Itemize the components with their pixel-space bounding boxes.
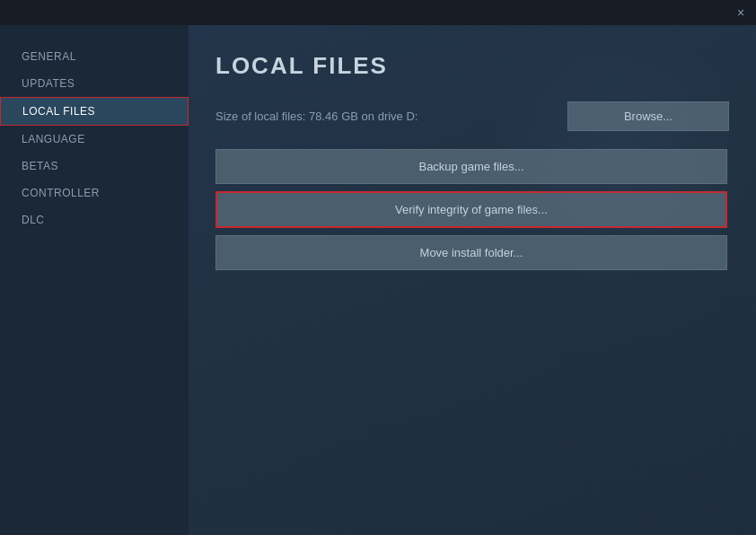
- sidebar-item-betas[interactable]: BETAS: [0, 153, 189, 180]
- app-window: × GENERAL UPDATES LOCAL FILES LANGUAGE B…: [0, 0, 756, 535]
- backup-button[interactable]: Backup game files...: [215, 149, 727, 184]
- sidebar-item-language[interactable]: LANGUAGE: [0, 126, 189, 153]
- title-bar: ×: [0, 0, 756, 25]
- sidebar-item-local-files[interactable]: LOCAL FILES: [0, 97, 189, 126]
- main-panel: LOCAL FILES Size of local files: 78.46 G…: [189, 25, 756, 535]
- sidebar: GENERAL UPDATES LOCAL FILES LANGUAGE BET…: [0, 25, 189, 535]
- sidebar-item-dlc[interactable]: DLC: [0, 206, 189, 233]
- main-content: GENERAL UPDATES LOCAL FILES LANGUAGE BET…: [0, 25, 756, 535]
- close-button[interactable]: ×: [733, 4, 749, 21]
- sidebar-item-updates[interactable]: UPDATES: [0, 70, 189, 97]
- page-title: LOCAL FILES: [215, 52, 729, 80]
- action-buttons: Backup game files... Verify integrity of…: [215, 149, 727, 270]
- sidebar-item-general[interactable]: GENERAL: [0, 43, 189, 70]
- info-row: Size of local files: 78.46 GB on drive D…: [215, 101, 729, 131]
- verify-integrity-button[interactable]: Verify integrity of game files...: [215, 191, 727, 228]
- file-size-info: Size of local files: 78.46 GB on drive D…: [215, 110, 418, 123]
- sidebar-item-controller[interactable]: CONTROLLER: [0, 180, 189, 206]
- move-install-button[interactable]: Move install folder...: [215, 235, 727, 270]
- browse-button[interactable]: Browse...: [567, 101, 729, 131]
